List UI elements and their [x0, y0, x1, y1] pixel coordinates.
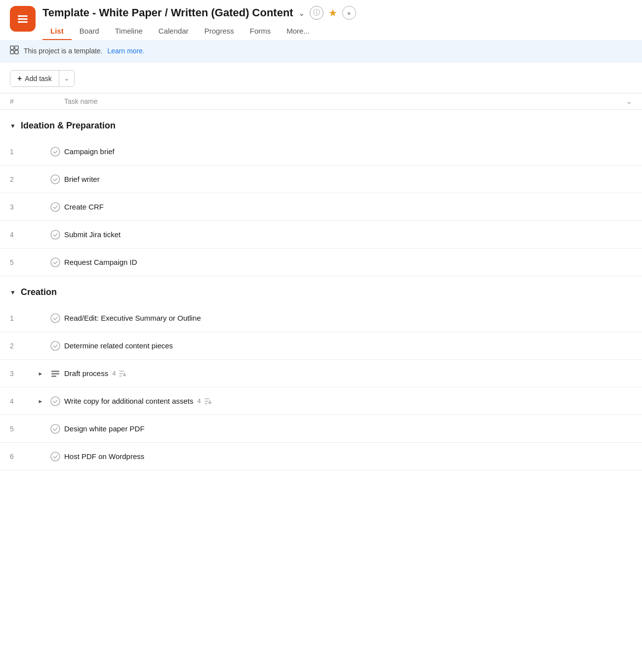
task-name: Design white paper PDF [64, 424, 632, 433]
task-num: 4 [10, 231, 35, 239]
svg-point-12 [51, 203, 60, 211]
task-num: 6 [10, 453, 35, 461]
task-list-icon [46, 369, 64, 378]
table-row: 3 ► Draft process 4 [0, 360, 642, 387]
tab-calendar[interactable]: Calendar [151, 23, 197, 40]
table-header: # Task name ⌄ [0, 93, 642, 110]
col-expand-icon[interactable]: ⌄ [626, 97, 632, 105]
task-num: 5 [10, 258, 35, 266]
info-icon[interactable]: ⓘ [310, 6, 323, 20]
section-creation-arrow: ▼ [10, 289, 16, 296]
svg-point-13 [51, 230, 60, 239]
tab-forms[interactable]: Forms [242, 23, 279, 40]
task-num: 2 [10, 175, 35, 183]
svg-rect-9 [15, 50, 18, 54]
svg-point-14 [51, 258, 60, 267]
task-expand-arrow[interactable]: ► [35, 371, 46, 377]
task-check-icon[interactable] [46, 202, 64, 212]
task-check-icon[interactable] [46, 396, 64, 406]
task-num: 4 [10, 397, 35, 405]
table-row: 2 Determine related content pieces [0, 332, 642, 360]
task-name: Create CRF [64, 203, 632, 211]
svg-point-11 [51, 175, 60, 184]
task-name: Determine related content pieces [64, 341, 632, 350]
table-row: 6 Host PDF on Wordpress [0, 443, 642, 470]
section-ideation-header[interactable]: ▼ Ideation & Preparation [0, 114, 642, 138]
app-icon[interactable] [10, 6, 36, 32]
svg-point-4 [18, 18, 20, 20]
task-check-icon[interactable] [46, 174, 64, 184]
svg-point-10 [51, 147, 60, 156]
banner-text: This project is a template. [24, 47, 103, 55]
table-row: 1 Read/Edit: Executive Summary or Outlin… [0, 304, 642, 332]
table-row: 5 Design white paper PDF [0, 415, 642, 443]
svg-point-21 [51, 424, 60, 433]
task-name: Campaign brief [64, 147, 632, 156]
task-num: 1 [10, 148, 35, 156]
svg-rect-18 [51, 373, 59, 375]
task-check-icon[interactable] [46, 147, 64, 157]
add-task-button[interactable]: + Add task ⌄ [10, 70, 75, 87]
task-check-icon[interactable] [46, 452, 64, 462]
task-name: Brief writer [64, 175, 632, 183]
tab-progress[interactable]: Progress [197, 23, 242, 40]
tab-board[interactable]: Board [72, 23, 107, 40]
section-creation: ▼ Creation 1 Read/Edit: Executive Summar… [0, 280, 642, 470]
svg-point-15 [51, 314, 60, 323]
task-check-icon[interactable] [46, 257, 64, 267]
svg-rect-19 [51, 376, 56, 377]
task-name: Draft process 4 [64, 369, 632, 378]
task-num: 3 [10, 203, 35, 211]
add-task-chevron[interactable]: ⌄ [59, 72, 74, 85]
svg-point-22 [51, 452, 60, 461]
svg-rect-8 [10, 50, 14, 54]
task-check-icon[interactable] [46, 230, 64, 240]
tab-more[interactable]: More... [279, 23, 318, 40]
task-name: Read/Edit: Executive Summary or Outline [64, 314, 632, 322]
task-name: Host PDF on Wordpress [64, 452, 632, 461]
add-task-label: Add task [25, 75, 51, 83]
col-name-header: Task name [64, 97, 626, 105]
section-ideation: ▼ Ideation & Preparation 1 Campaign brie… [0, 114, 642, 276]
learn-more-link[interactable]: Learn more. [108, 47, 145, 55]
subtask-badge: 4 [198, 397, 212, 405]
task-num: 3 [10, 370, 35, 378]
col-num-header: # [10, 97, 35, 105]
section-ideation-title: Ideation & Preparation [21, 121, 116, 131]
nav-tabs: List Board Timeline Calendar Progress Fo… [42, 23, 632, 40]
svg-point-5 [18, 21, 20, 23]
svg-rect-6 [10, 46, 14, 49]
section-creation-title: Creation [21, 287, 57, 297]
svg-point-16 [51, 341, 60, 350]
svg-point-20 [51, 397, 60, 406]
task-name: Write copy for additional content assets… [64, 397, 632, 405]
subtask-badge: 4 [112, 370, 126, 377]
table-row: 3 Create CRF [0, 193, 642, 221]
table-row: 2 Brief writer [0, 166, 642, 193]
tab-timeline[interactable]: Timeline [107, 23, 151, 40]
table-row: 5 Request Campaign ID [0, 249, 642, 276]
task-num: 1 [10, 314, 35, 322]
task-check-icon[interactable] [46, 313, 64, 323]
task-num: 2 [10, 342, 35, 350]
table-row: 4 ► Write copy for additional content as… [0, 387, 642, 415]
chevron-down-icon[interactable]: ⌄ [298, 8, 305, 18]
star-icon[interactable]: ★ [328, 7, 337, 19]
task-check-icon[interactable] [46, 341, 64, 351]
svg-rect-17 [51, 371, 59, 372]
task-expand-arrow[interactable]: ► [35, 398, 46, 404]
table-row: 4 Submit Jira ticket [0, 221, 642, 249]
project-title: Template - White Paper / Written (Gated)… [42, 6, 293, 19]
svg-point-3 [18, 15, 20, 17]
template-icon [10, 45, 19, 56]
template-banner: This project is a template. Learn more. [0, 40, 642, 62]
task-check-icon[interactable] [46, 424, 64, 434]
task-num: 5 [10, 425, 35, 433]
task-name: Request Campaign ID [64, 258, 632, 266]
task-name: Submit Jira ticket [64, 230, 632, 239]
svg-rect-7 [15, 46, 18, 49]
table-row: 1 Campaign brief [0, 138, 642, 166]
section-creation-header[interactable]: ▼ Creation [0, 280, 642, 304]
section-ideation-arrow: ▼ [10, 123, 16, 129]
tab-list[interactable]: List [42, 23, 72, 40]
